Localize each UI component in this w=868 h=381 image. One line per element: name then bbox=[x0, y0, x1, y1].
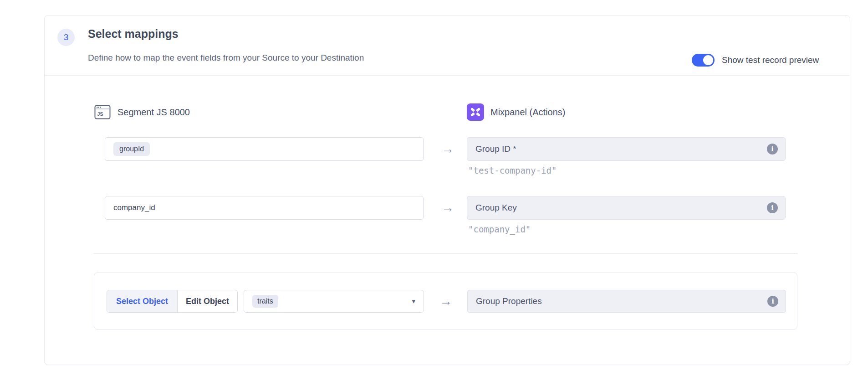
destination-field: Group Key i bbox=[467, 196, 786, 220]
mixpanel-logo-icon bbox=[467, 103, 484, 121]
destination-field-label: Group Key bbox=[475, 203, 517, 213]
source-field-value: company_id bbox=[113, 203, 155, 212]
svg-text:JS: JS bbox=[97, 111, 103, 117]
step-badge: 3 bbox=[57, 29, 75, 46]
arrow-right-icon: → bbox=[432, 290, 460, 313]
arrow-right-icon: → bbox=[434, 137, 461, 161]
select-object-button[interactable]: Select Object bbox=[107, 290, 178, 312]
destination-name: Mixpanel (Actions) bbox=[490, 107, 566, 118]
info-icon[interactable]: i bbox=[767, 144, 778, 154]
source-field-token: groupId bbox=[113, 142, 150, 156]
destination-field: Group ID * i bbox=[467, 137, 786, 161]
caret-down-icon: ▾ bbox=[412, 297, 415, 305]
object-mode-segmented-control: Select Object Edit Object bbox=[107, 290, 238, 313]
selected-object-token: traits bbox=[252, 295, 278, 308]
arrow-right-icon: → bbox=[434, 196, 461, 220]
source-field-input[interactable]: groupId bbox=[105, 137, 424, 161]
source-column-header: JS Segment JS 8000 bbox=[94, 103, 190, 121]
object-select-dropdown[interactable]: traits ▾ bbox=[244, 290, 424, 313]
page-title: Select mappings bbox=[88, 27, 179, 41]
destination-field-label: Group Properties bbox=[476, 296, 542, 306]
test-record-preview-value: "test-company-id" bbox=[468, 165, 557, 175]
object-mapping-card: Select Object Edit Object traits ▾ → Gro… bbox=[94, 273, 797, 330]
test-record-preview-value: "company_id" bbox=[468, 224, 531, 234]
select-mappings-card: 3 Select mappings Define how to map the … bbox=[44, 15, 850, 365]
destination-column-header: Mixpanel (Actions) bbox=[467, 103, 566, 121]
header-divider bbox=[45, 75, 850, 76]
destination-field-label: Group ID * bbox=[475, 144, 516, 154]
source-name: Segment JS 8000 bbox=[117, 107, 190, 118]
toggle-knob bbox=[703, 55, 713, 65]
info-icon[interactable]: i bbox=[767, 296, 778, 307]
info-icon[interactable]: i bbox=[767, 202, 778, 213]
show-test-record-toggle[interactable] bbox=[692, 54, 715, 67]
toggle-label: Show test record preview bbox=[722, 54, 819, 67]
js-browser-window-icon: JS bbox=[94, 103, 111, 121]
page-subtitle: Define how to map the event fields from … bbox=[88, 53, 364, 63]
section-divider bbox=[93, 253, 797, 254]
destination-field: Group Properties i bbox=[467, 290, 786, 313]
source-field-input[interactable]: company_id bbox=[105, 196, 424, 220]
edit-object-button[interactable]: Edit Object bbox=[178, 290, 237, 312]
